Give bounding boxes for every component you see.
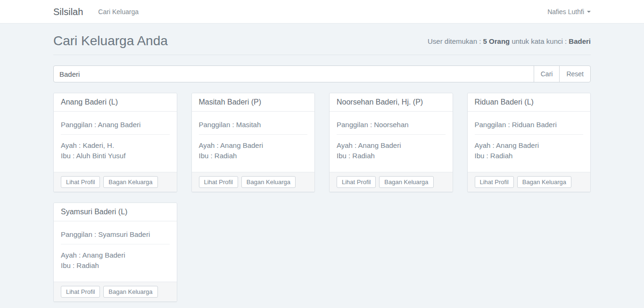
person-father: Ayah : Anang Baderi (61, 250, 170, 260)
person-card-title: Syamsuri Baderi (L) (54, 203, 177, 221)
person-card-title: Anang Baderi (L) (54, 93, 177, 112)
bagan-keluarga-button[interactable]: Bagan Keluarga (379, 176, 433, 188)
summary-prefix: User ditemukan : (428, 37, 483, 45)
navbar: Silsilah Cari Keluarga Nafies Luthfi (0, 0, 644, 24)
results-grid: Anang Baderi (L) Panggilan : Anang Bader… (46, 93, 598, 308)
card-divider (199, 134, 308, 135)
bagan-keluarga-button[interactable]: Bagan Keluarga (517, 176, 571, 188)
person-card: Riduan Baderi (L) Panggilan : Riduan Bad… (467, 93, 591, 192)
nav-link-cari-keluarga[interactable]: Cari Keluarga (98, 8, 139, 16)
person-mother: Ibu : Radiah (199, 151, 308, 161)
person-card-title: Masitah Baderi (P) (192, 93, 315, 112)
person-card-footer: Lihat Profil Bagan Keluarga (192, 172, 315, 192)
page-title: Cari Keluarga Anda (53, 33, 168, 49)
card-divider (337, 134, 446, 135)
person-mother: Ibu : Aluh Binti Yusuf (61, 151, 170, 161)
person-nickname: Panggilan : Anang Baderi (61, 120, 170, 130)
lihat-profil-button[interactable]: Lihat Profil (475, 176, 514, 188)
card-divider (61, 244, 170, 244)
person-card: Noorsehan Baderi, Hj. (P) Panggilan : No… (329, 93, 453, 192)
person-card-footer: Lihat Profil Bagan Keluarga (54, 172, 177, 192)
person-nickname: Panggilan : Riduan Baderi (475, 120, 584, 130)
result-summary: User ditemukan : 5 Orang untuk kata kunc… (428, 37, 591, 45)
user-menu-dropdown[interactable]: Nafies Luthfi (547, 8, 591, 16)
person-card-title: Noorsehan Baderi, Hj. (P) (330, 93, 453, 112)
person-nickname: Panggilan : Masitah (199, 120, 308, 130)
main-content: Cari Keluarga Anda User ditemukan : 5 Or… (0, 33, 644, 308)
person-card: Masitah Baderi (P) Panggilan : Masitah A… (191, 93, 315, 192)
card-divider (61, 134, 170, 135)
person-card-footer: Lihat Profil Bagan Keluarga (468, 172, 591, 192)
bagan-keluarga-button[interactable]: Bagan Keluarga (103, 176, 157, 188)
person-mother: Ibu : Radiah (475, 151, 584, 161)
result-column: Noorsehan Baderi, Hj. (P) Panggilan : No… (322, 93, 460, 192)
person-card-footer: Lihat Profil Bagan Keluarga (54, 282, 177, 301)
person-father: Ayah : Kaderi, H. (61, 140, 170, 151)
person-nickname: Panggilan : Syamsuri Baderi (61, 230, 170, 239)
person-card: Anang Baderi (L) Panggilan : Anang Bader… (53, 93, 177, 192)
lihat-profil-button[interactable]: Lihat Profil (61, 176, 100, 188)
summary-middle: untuk kata kunci : (510, 37, 569, 45)
person-mother: Ibu : Radiah (61, 260, 170, 271)
person-card-footer: Lihat Profil Bagan Keluarga (330, 172, 453, 192)
person-father: Ayah : Anang Baderi (337, 140, 446, 151)
person-card-body: Panggilan : Anang Baderi Ayah : Kaderi, … (54, 112, 177, 172)
brand-silsilah[interactable]: Silsilah (53, 7, 83, 17)
person-card-body: Panggilan : Riduan Baderi Ayah : Anang B… (468, 112, 591, 172)
result-column: Masitah Baderi (P) Panggilan : Masitah A… (184, 93, 322, 192)
lihat-profil-button[interactable]: Lihat Profil (199, 176, 238, 188)
bagan-keluarga-button[interactable]: Bagan Keluarga (103, 286, 157, 298)
summary-count: 5 Orang (483, 37, 510, 45)
result-column: Syamsuri Baderi (L) Panggilan : Syamsuri… (46, 203, 184, 302)
page-header: Cari Keluarga Anda User ditemukan : 5 Or… (53, 33, 591, 55)
person-card: Syamsuri Baderi (L) Panggilan : Syamsuri… (53, 203, 177, 302)
person-card-title: Riduan Baderi (L) (468, 93, 591, 112)
person-mother: Ibu : Radiah (337, 151, 446, 161)
lihat-profil-button[interactable]: Lihat Profil (61, 286, 100, 298)
cari-button[interactable]: Cari (534, 65, 560, 82)
card-divider (475, 134, 584, 135)
reset-button[interactable]: Reset (559, 65, 591, 82)
person-nickname: Panggilan : Noorsehan (337, 120, 446, 130)
search-input[interactable] (53, 65, 534, 82)
caret-down-icon (587, 11, 591, 13)
person-card-body: Panggilan : Syamsuri Baderi Ayah : Anang… (54, 221, 177, 282)
user-name: Nafies Luthfi (547, 8, 584, 16)
result-column: Anang Baderi (L) Panggilan : Anang Bader… (46, 93, 184, 192)
person-card-body: Panggilan : Noorsehan Ayah : Anang Bader… (330, 112, 453, 172)
lihat-profil-button[interactable]: Lihat Profil (337, 176, 376, 188)
result-column: Riduan Baderi (L) Panggilan : Riduan Bad… (460, 93, 598, 192)
person-card-body: Panggilan : Masitah Ayah : Anang Baderi … (192, 112, 315, 172)
bagan-keluarga-button[interactable]: Bagan Keluarga (241, 176, 296, 188)
summary-keyword: Baderi (569, 37, 591, 45)
person-father: Ayah : Anang Baderi (475, 140, 584, 151)
navbar-right: Nafies Luthfi (547, 8, 591, 16)
person-father: Ayah : Anang Baderi (199, 140, 308, 151)
search-bar: Cari Reset (53, 65, 591, 82)
